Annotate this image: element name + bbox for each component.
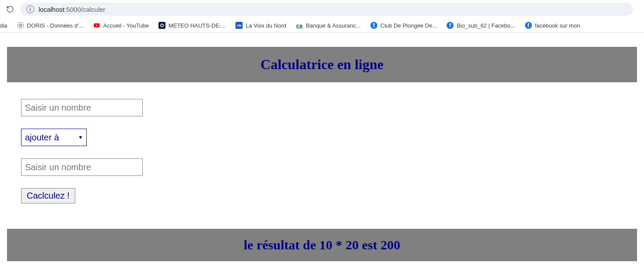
bookmark-doris[interactable]: DORIS - Données d'... [17,22,84,29]
browser-toolbar: i localhost:5000/calculer [0,0,644,18]
bookmark-label: Accueil - YouTube [103,22,149,29]
bookmark-label: DORIS - Données d'... [27,22,84,29]
bookmark-club-plongee[interactable]: f Club De Plongée De... [370,22,437,29]
bookmark-youtube[interactable]: Accueil - YouTube [93,22,149,29]
bookmarks-bar: édia DORIS - Données d'... Accueil - You… [0,18,644,33]
result-bar: le résultat de 10 * 20 est 200 [7,229,637,261]
bookmark-label: édia [0,22,7,29]
globe-icon [17,22,24,29]
calculate-button[interactable]: Caclculez ! [21,188,75,203]
credit-agricole-icon: ca [296,22,303,29]
meteo-icon [158,22,165,29]
calculator-form: ajouter à ▼ Caclculez ! [0,82,644,220]
reload-button[interactable] [5,4,15,14]
bookmark-label: METEO HAUTS-DE-... [169,22,226,29]
bookmark-label: facebook sur mon [535,22,580,29]
bookmark-label: Banque & Assuranc... [306,22,361,29]
page-content: Calculatrice en ligne ajouter à ▼ Caclcu… [0,47,644,261]
bookmark-facebook[interactable]: f facebook sur mon [525,22,580,29]
bookmark-label: Club De Plongée De... [380,22,437,29]
svg-point-2 [161,24,163,27]
result-text: le résultat de 10 * 20 est 200 [7,238,637,252]
page-title: Calculatrice en ligne [7,56,637,73]
facebook-icon: f [370,22,377,29]
voixdunord-icon: VN [236,22,243,29]
reload-icon [6,5,14,13]
bookmark-meteo[interactable]: METEO HAUTS-DE-... [158,22,226,29]
address-bar[interactable]: i localhost:5000/calculer [20,3,633,16]
url-host: localhost [39,6,64,13]
operator-select[interactable]: ajouter à [21,129,87,146]
title-bar: Calculatrice en ligne [7,47,637,82]
bookmark-label: Bio_sub_62 | Facebo... [457,22,515,29]
bookmark-banque[interactable]: ca Banque & Assuranc... [296,22,361,29]
youtube-icon [93,22,100,29]
number-input-1[interactable] [21,99,143,116]
bookmark-label: La Voix du Nord [246,22,286,29]
bookmark-edia[interactable]: édia [0,22,7,29]
url-path: :5000/calculer [64,6,105,13]
facebook-icon: f [525,22,532,29]
site-info-icon[interactable]: i [26,5,34,13]
number-input-2[interactable] [21,158,143,176]
facebook-icon: f [447,22,454,29]
bookmark-biosub[interactable]: f Bio_sub_62 | Facebo... [447,22,515,29]
bookmark-voixdunord[interactable]: VN La Voix du Nord [236,22,286,29]
url-text: localhost:5000/calculer [39,6,106,13]
